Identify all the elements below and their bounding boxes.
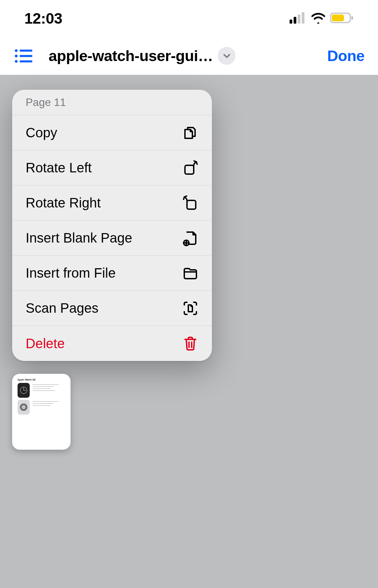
battery-icon bbox=[330, 12, 354, 25]
menu-item-label: Rotate Left bbox=[26, 160, 92, 175]
copy-icon bbox=[182, 125, 198, 141]
insert-blank-page-icon bbox=[182, 230, 198, 246]
svg-point-9 bbox=[15, 60, 18, 62]
svg-rect-10 bbox=[20, 50, 32, 52]
folder-icon bbox=[182, 265, 198, 281]
nav-bar: apple-watch-user-gui… Done bbox=[0, 37, 378, 75]
svg-rect-2 bbox=[298, 15, 300, 24]
wifi-icon bbox=[310, 12, 326, 25]
outline-button[interactable] bbox=[14, 47, 32, 65]
title-dropdown-button[interactable] bbox=[218, 47, 236, 65]
content-area: Page 11 Copy Rotate Left bbox=[0, 75, 378, 588]
svg-point-7 bbox=[15, 49, 18, 52]
svg-rect-0 bbox=[290, 20, 292, 24]
cellular-signal-icon bbox=[290, 12, 306, 25]
thumbnail-watch-front bbox=[18, 383, 30, 398]
menu-item-label: Scan Pages bbox=[26, 301, 99, 316]
menu-item-label: Rotate Right bbox=[26, 195, 101, 211]
menu-item-copy[interactable]: Copy bbox=[12, 115, 212, 150]
status-icons bbox=[290, 12, 354, 25]
menu-header: Page 11 bbox=[12, 90, 212, 115]
svg-rect-12 bbox=[20, 60, 32, 62]
svg-rect-13 bbox=[185, 165, 194, 174]
page-thumbnail[interactable]: Apple Watch SE bbox=[12, 374, 71, 450]
menu-item-rotate-right[interactable]: Rotate Right bbox=[12, 186, 212, 221]
svg-rect-3 bbox=[302, 12, 304, 24]
page-context-menu: Page 11 Copy Rotate Left bbox=[12, 90, 212, 361]
menu-item-label: Insert Blank Page bbox=[26, 230, 132, 246]
trash-icon bbox=[182, 335, 198, 352]
thumbnail-watch-back bbox=[18, 400, 30, 415]
rotate-left-icon bbox=[182, 160, 198, 176]
svg-rect-11 bbox=[20, 55, 32, 57]
svg-rect-5 bbox=[332, 15, 344, 21]
svg-point-8 bbox=[15, 54, 18, 57]
status-bar: 12:03 bbox=[0, 0, 378, 37]
menu-item-label: Copy bbox=[26, 125, 57, 140]
svg-rect-14 bbox=[187, 200, 196, 209]
svg-rect-1 bbox=[294, 17, 296, 24]
menu-item-insert-blank-page[interactable]: Insert Blank Page bbox=[12, 221, 212, 256]
menu-item-label: Insert from File bbox=[26, 265, 116, 281]
menu-item-insert-from-file[interactable]: Insert from File bbox=[12, 256, 212, 291]
scan-icon bbox=[182, 300, 198, 316]
done-button[interactable]: Done bbox=[327, 47, 365, 65]
status-time: 12:03 bbox=[24, 10, 62, 27]
menu-item-rotate-left[interactable]: Rotate Left bbox=[12, 150, 212, 186]
document-title: apple-watch-user-gui… bbox=[49, 47, 213, 65]
menu-item-delete[interactable]: Delete bbox=[12, 326, 212, 361]
svg-point-20 bbox=[22, 405, 26, 409]
rotate-right-icon bbox=[182, 195, 198, 211]
thumbnail-title: Apple Watch SE bbox=[18, 379, 65, 381]
menu-item-label: Delete bbox=[26, 336, 65, 351]
menu-item-scan-pages[interactable]: Scan Pages bbox=[12, 291, 212, 326]
svg-rect-6 bbox=[351, 16, 353, 20]
